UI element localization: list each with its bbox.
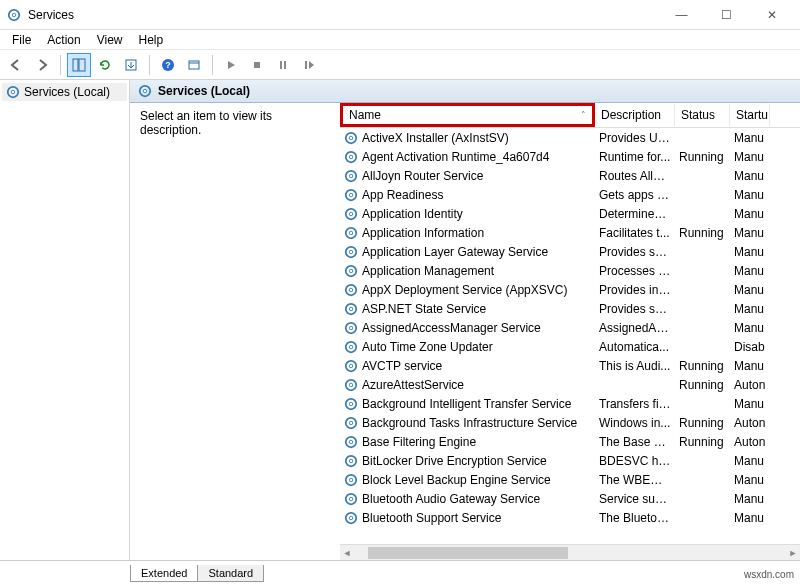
service-name-cell: Agent Activation Runtime_4a607d4 (340, 150, 595, 164)
service-row[interactable]: Background Intelligent Transfer ServiceT… (340, 394, 800, 413)
svg-text:?: ? (165, 60, 171, 70)
menu-action[interactable]: Action (39, 31, 88, 49)
svg-point-34 (349, 288, 353, 292)
scroll-right-icon[interactable]: ► (786, 548, 800, 558)
service-row[interactable]: ASP.NET State ServiceProvides su...Manu (340, 299, 800, 318)
service-name: Agent Activation Runtime_4a607d4 (362, 150, 549, 164)
show-hide-tree-button[interactable] (67, 53, 91, 77)
service-name-cell: App Readiness (340, 188, 595, 202)
service-startup: Manu (730, 226, 770, 240)
service-row[interactable]: AzureAttestServiceRunningAuton (340, 375, 800, 394)
column-headers: Name ˄ Description Status Startu (340, 103, 800, 128)
service-row[interactable]: BitLocker Drive Encryption ServiceBDESVC… (340, 451, 800, 470)
service-row[interactable]: ActiveX Installer (AxInstSV)Provides Us.… (340, 128, 800, 147)
svg-point-22 (349, 174, 353, 178)
svg-rect-10 (280, 61, 282, 69)
service-startup: Disab (730, 340, 770, 354)
service-name: Application Layer Gateway Service (362, 245, 548, 259)
svg-point-36 (349, 307, 353, 311)
service-name-cell: Background Intelligent Transfer Service (340, 397, 595, 411)
service-startup: Auton (730, 416, 770, 430)
service-description: Automatica... (595, 340, 675, 354)
service-status: Running (675, 150, 730, 164)
service-row[interactable]: Application InformationFacilitates t...R… (340, 223, 800, 242)
column-status[interactable]: Status (675, 104, 730, 126)
gear-icon (344, 340, 358, 354)
service-row[interactable]: AssignedAccessManager ServiceAssignedAc.… (340, 318, 800, 337)
service-description: Runtime for... (595, 150, 675, 164)
service-description: Routes AllJo... (595, 169, 675, 183)
svg-point-26 (349, 212, 353, 216)
svg-point-56 (349, 497, 353, 501)
maximize-button[interactable]: ☐ (704, 1, 749, 29)
service-status: Running (675, 435, 730, 449)
back-button[interactable] (4, 53, 28, 77)
service-name-cell: Base Filtering Engine (340, 435, 595, 449)
service-name: Base Filtering Engine (362, 435, 476, 449)
menu-help[interactable]: Help (131, 31, 172, 49)
minimize-button[interactable]: — (659, 1, 704, 29)
service-row[interactable]: AVCTP serviceThis is Audi...RunningManu (340, 356, 800, 375)
service-row[interactable]: Base Filtering EngineThe Base Fil...Runn… (340, 432, 800, 451)
service-description: Provides su... (595, 302, 675, 316)
service-row[interactable]: Auto Time Zone UpdaterAutomatica...Disab (340, 337, 800, 356)
scrollbar-thumb[interactable] (368, 547, 568, 559)
service-startup: Manu (730, 283, 770, 297)
tab-standard[interactable]: Standard (197, 565, 264, 582)
services-rows[interactable]: ActiveX Installer (AxInstSV)Provides Us.… (340, 128, 800, 544)
restart-service-button[interactable] (297, 53, 321, 77)
refresh-button[interactable] (93, 53, 117, 77)
service-row[interactable]: AllJoyn Router ServiceRoutes AllJo...Man… (340, 166, 800, 185)
close-button[interactable]: ✕ (749, 1, 794, 29)
service-name-cell: Background Tasks Infrastructure Service (340, 416, 595, 430)
service-row[interactable]: Application IdentityDetermines ...Manu (340, 204, 800, 223)
menu-file[interactable]: File (4, 31, 39, 49)
column-startup[interactable]: Startu (730, 104, 770, 126)
svg-rect-12 (305, 61, 307, 69)
service-name: ActiveX Installer (AxInstSV) (362, 131, 509, 145)
service-name: Bluetooth Support Service (362, 511, 501, 525)
svg-rect-7 (189, 61, 199, 69)
forward-button[interactable] (30, 53, 54, 77)
gear-icon (344, 416, 358, 430)
service-name-cell: Bluetooth Audio Gateway Service (340, 492, 595, 506)
service-description: Service sup... (595, 492, 675, 506)
export-button[interactable] (119, 53, 143, 77)
help-button[interactable]: ? (156, 53, 180, 77)
service-startup: Manu (730, 473, 770, 487)
gear-icon (344, 378, 358, 392)
service-name-cell: AVCTP service (340, 359, 595, 373)
toolbar: ? (0, 50, 800, 80)
column-name[interactable]: Name ˄ (340, 103, 595, 127)
pause-service-button[interactable] (271, 53, 295, 77)
horizontal-scrollbar[interactable]: ◄ ► (340, 544, 800, 560)
service-row[interactable]: Block Level Backup Engine ServiceThe WBE… (340, 470, 800, 489)
service-name: AppX Deployment Service (AppXSVC) (362, 283, 567, 297)
gear-icon (344, 454, 358, 468)
tree-root-item[interactable]: Services (Local) (2, 83, 127, 101)
service-row[interactable]: Agent Activation Runtime_4a607d4Runtime … (340, 147, 800, 166)
service-startup: Manu (730, 397, 770, 411)
scroll-left-icon[interactable]: ◄ (340, 548, 354, 558)
service-row[interactable]: Bluetooth Audio Gateway ServiceService s… (340, 489, 800, 508)
service-row[interactable]: Application ManagementProcesses in...Man… (340, 261, 800, 280)
gear-icon (344, 188, 358, 202)
service-row[interactable]: Background Tasks Infrastructure ServiceW… (340, 413, 800, 432)
svg-point-48 (349, 421, 353, 425)
menu-view[interactable]: View (89, 31, 131, 49)
svg-point-58 (349, 516, 353, 520)
gear-icon (344, 283, 358, 297)
service-description: Gets apps re... (595, 188, 675, 202)
start-service-button[interactable] (219, 53, 243, 77)
stop-service-button[interactable] (245, 53, 269, 77)
tab-extended[interactable]: Extended (130, 565, 198, 582)
service-row[interactable]: AppX Deployment Service (AppXSVC)Provide… (340, 280, 800, 299)
column-description[interactable]: Description (595, 104, 675, 126)
service-name: Background Intelligent Transfer Service (362, 397, 571, 411)
service-row[interactable]: App ReadinessGets apps re...Manu (340, 185, 800, 204)
properties-button[interactable] (182, 53, 206, 77)
service-row[interactable]: Application Layer Gateway ServiceProvide… (340, 242, 800, 261)
service-name: Application Information (362, 226, 484, 240)
column-name-label: Name (349, 108, 381, 122)
service-row[interactable]: Bluetooth Support ServiceThe Bluetoo...M… (340, 508, 800, 527)
